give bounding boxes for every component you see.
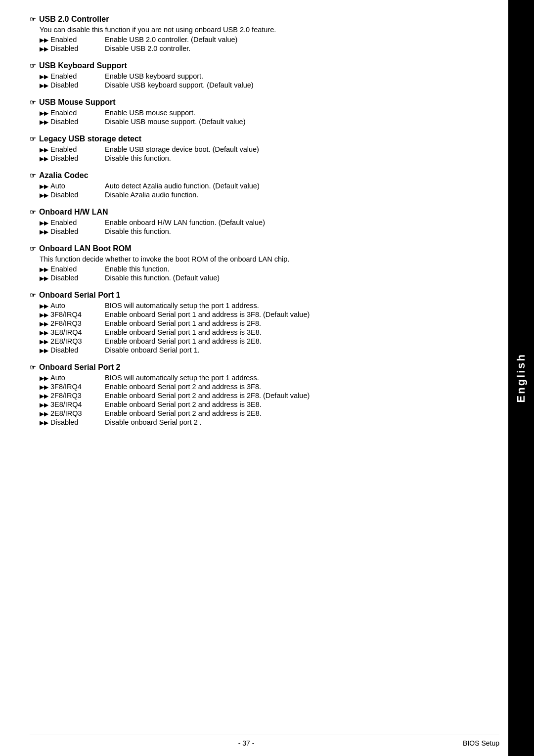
section-onboardserial2: ☞Onboard Serial Port 2▶▶AutoBIOS will au… (30, 363, 499, 426)
section-title-text-onboardhwlan: Onboard H/W LAN (39, 208, 108, 217)
arrow-bullet: ▶▶ (40, 401, 48, 408)
option-row-onboardserial1-2: ▶▶2F8/IRQ3Enable onboard Serial port 1 a… (40, 319, 499, 327)
option-row-onboardserial1-1: ▶▶3F8/IRQ4Enable onboard Serial port 1 a… (40, 311, 499, 318)
section-title-usbmouse: ☞USB Mouse Support (30, 98, 499, 107)
option-row-onboardhwlan-0: ▶▶EnabledEnable onboard H/W LAN function… (40, 219, 499, 226)
option-key-onboardserial2-4: 2E8/IRQ3 (50, 409, 105, 417)
arrow-bullet: ▶▶ (40, 320, 48, 327)
section-azalia: ☞Azalia Codec▶▶AutoAuto detect Azalia au… (30, 171, 499, 199)
option-val-legacyusb-1: Disable this function. (105, 154, 171, 162)
section-title-text-onboardserial2: Onboard Serial Port 2 (39, 363, 120, 372)
option-row-azalia-1: ▶▶DisabledDisable Azalia audio function. (40, 191, 499, 199)
section-desc-onboardlanbootrom: This function decide whether to invoke t… (40, 255, 499, 263)
option-key-usb20-1: Disabled (50, 44, 105, 52)
sidebar-label: English (515, 353, 528, 402)
section-title-text-usbmouse: USB Mouse Support (39, 98, 116, 107)
option-row-usbkb-0: ▶▶EnabledEnable USB keyboard support. (40, 72, 499, 80)
option-key-usbmouse-1: Disabled (50, 118, 105, 126)
option-row-onboardhwlan-1: ▶▶DisabledDisable this function. (40, 227, 499, 235)
option-row-onboardserial2-2: ▶▶2F8/IRQ3Enable onboard Serial port 2 a… (40, 392, 499, 400)
option-val-onboardlanbootrom-0: Enable this function. (105, 265, 170, 273)
option-val-onboardserial2-5: Disable onboard Serial port 2 . (105, 418, 202, 426)
option-key-onboardlanbootrom-0: Enabled (50, 265, 105, 273)
option-key-onboardserial2-1: 3F8/IRQ4 (50, 383, 105, 391)
option-val-onboardserial2-2: Enable onboard Serial port 2 and address… (105, 392, 310, 400)
option-row-onboardserial2-1: ▶▶3F8/IRQ4Enable onboard Serial port 2 a… (40, 383, 499, 391)
option-val-onboardlanbootrom-1: Disable this function. (Default value) (105, 274, 220, 282)
arrow-bullet: ▶▶ (40, 375, 48, 382)
option-key-onboardserial1-1: 3F8/IRQ4 (50, 311, 105, 318)
section-onboardlanbootrom: ☞Onboard LAN Boot ROMThis function decid… (30, 244, 499, 282)
option-row-usbmouse-0: ▶▶EnabledEnable USB mouse support. (40, 109, 499, 117)
page-container: English ☞USB 2.0 ControllerYou can disab… (0, 0, 534, 756)
option-row-usb20-0: ▶▶EnabledEnable USB 2.0 controller. (Def… (40, 36, 499, 44)
arrow-bullet: ▶▶ (40, 45, 48, 52)
option-key-onboardserial1-0: Auto (50, 302, 105, 310)
option-val-onboardserial2-4: Enable onboard Serial port 2 and address… (105, 409, 262, 417)
arrow-bullet: ▶▶ (40, 73, 48, 80)
option-val-usbkb-0: Enable USB keyboard support. (105, 72, 203, 80)
option-key-usbmouse-0: Enabled (50, 109, 105, 117)
arrow-bullet: ▶▶ (40, 155, 48, 162)
arrow-bullet: ▶▶ (40, 192, 48, 199)
cursor-icon-usbmouse: ☞ (30, 98, 36, 106)
option-row-onboardserial1-4: ▶▶2E8/IRQ3Enable onboard Serial port 1 a… (40, 337, 499, 345)
option-val-usbmouse-0: Enable USB mouse support. (105, 109, 195, 117)
option-key-onboardserial1-2: 2F8/IRQ3 (50, 319, 105, 327)
section-title-text-onboardlanbootrom: Onboard LAN Boot ROM (39, 244, 132, 253)
cursor-icon-azalia: ☞ (30, 172, 36, 179)
cursor-icon-onboardserial1: ☞ (30, 291, 36, 299)
cursor-icon-usbkb: ☞ (30, 62, 36, 70)
section-legacyusb: ☞Legacy USB storage detect▶▶EnabledEnabl… (30, 134, 499, 162)
footer-page: - 37 - (238, 739, 255, 747)
cursor-icon-onboardserial2: ☞ (30, 363, 36, 371)
arrow-bullet: ▶▶ (40, 228, 48, 235)
section-title-text-onboardserial1: Onboard Serial Port 1 (39, 291, 120, 300)
section-usbkb: ☞USB Keyboard Support▶▶EnabledEnable USB… (30, 61, 499, 89)
option-val-azalia-0: Auto detect Azalia audio function. (Defa… (105, 182, 260, 190)
arrow-bullet: ▶▶ (40, 393, 48, 400)
option-key-onboardlanbootrom-1: Disabled (50, 274, 105, 282)
cursor-icon-legacyusb: ☞ (30, 135, 36, 143)
option-row-onboardserial1-3: ▶▶3E8/IRQ4Enable onboard Serial port 1 a… (40, 328, 499, 336)
arrow-bullet: ▶▶ (40, 419, 48, 426)
option-row-usbmouse-1: ▶▶DisabledDisable USB mouse support. (De… (40, 118, 499, 126)
arrow-bullet: ▶▶ (40, 338, 48, 345)
section-title-onboardhwlan: ☞Onboard H/W LAN (30, 208, 499, 217)
section-title-usbkb: ☞USB Keyboard Support (30, 61, 499, 70)
option-val-legacyusb-0: Enable USB storage device boot. (Default… (105, 145, 259, 153)
option-key-usbkb-1: Disabled (50, 81, 105, 89)
option-key-onboardserial2-2: 2F8/IRQ3 (50, 392, 105, 400)
option-row-onboardserial2-0: ▶▶AutoBIOS will automatically setup the … (40, 374, 499, 382)
option-val-onboardserial1-1: Enable onboard Serial port 1 and address… (105, 311, 310, 318)
option-val-onboardhwlan-1: Disable this function. (105, 227, 171, 235)
arrow-bullet: ▶▶ (40, 110, 48, 117)
main-content: ☞USB 2.0 ControllerYou can disable this … (30, 15, 499, 726)
arrow-bullet: ▶▶ (40, 347, 48, 354)
option-key-legacyusb-0: Enabled (50, 145, 105, 153)
option-val-onboardserial2-3: Enable onboard Serial port 2 and address… (105, 400, 262, 408)
section-title-azalia: ☞Azalia Codec (30, 171, 499, 180)
arrow-bullet: ▶▶ (40, 220, 48, 226)
option-val-onboardserial1-0: BIOS will automatically setup the port 1… (105, 302, 259, 310)
footer: - 37 - BIOS Setup (30, 735, 499, 747)
section-usbmouse: ☞USB Mouse Support▶▶EnabledEnable USB mo… (30, 98, 499, 126)
arrow-bullet: ▶▶ (40, 119, 48, 126)
option-val-onboardserial2-0: BIOS will automatically setup the port 1… (105, 374, 259, 382)
option-row-legacyusb-1: ▶▶DisabledDisable this function. (40, 154, 499, 162)
option-key-onboardserial2-0: Auto (50, 374, 105, 382)
option-val-onboardserial2-1: Enable onboard Serial port 2 and address… (105, 383, 261, 391)
arrow-bullet: ▶▶ (40, 329, 48, 336)
option-key-azalia-0: Auto (50, 182, 105, 190)
sidebar-english: English (508, 0, 534, 756)
option-key-azalia-1: Disabled (50, 191, 105, 199)
section-title-usb20: ☞USB 2.0 Controller (30, 15, 499, 24)
option-key-onboardhwlan-1: Disabled (50, 227, 105, 235)
cursor-icon-onboardhwlan: ☞ (30, 208, 36, 216)
option-val-azalia-1: Disable Azalia audio function. (105, 191, 198, 199)
section-title-text-usbkb: USB Keyboard Support (39, 61, 127, 70)
option-key-onboardserial1-3: 3E8/IRQ4 (50, 328, 105, 336)
option-val-usb20-0: Enable USB 2.0 controller. (Default valu… (105, 36, 237, 44)
option-val-onboardhwlan-0: Enable onboard H/W LAN function. (Defaul… (105, 219, 265, 226)
section-usb20: ☞USB 2.0 ControllerYou can disable this … (30, 15, 499, 52)
